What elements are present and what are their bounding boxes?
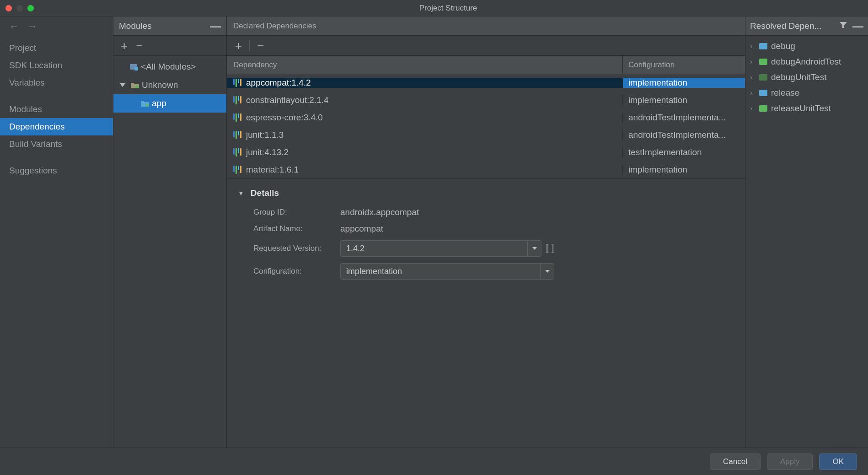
chevron-down-icon	[120, 83, 125, 87]
close-window-button[interactable]	[5, 5, 12, 11]
window-controls	[5, 5, 34, 11]
resolved-item[interactable]: › release	[745, 85, 868, 101]
details-collapse-icon[interactable]: ▼	[238, 189, 244, 197]
library-icon	[233, 113, 241, 122]
group-id-value: androidx.appcompat	[340, 207, 419, 217]
chevron-right-icon: ›	[750, 58, 755, 66]
cancel-button[interactable]: Cancel	[710, 453, 761, 470]
resolved-label: release	[771, 88, 799, 98]
library-icon	[233, 96, 241, 104]
resolved-item[interactable]: › debugAndroidTest	[745, 54, 868, 70]
nav-dependencies[interactable]: Dependencies	[0, 118, 113, 135]
module-app[interactable]: app	[113, 94, 226, 113]
resolved-item[interactable]: › debug	[745, 38, 868, 54]
library-icon	[233, 79, 241, 87]
add-module-button[interactable]: +	[121, 40, 128, 52]
resolved-label: releaseUnitTest	[771, 103, 831, 113]
folder-icon	[141, 100, 149, 107]
folder-icon	[759, 43, 767, 49]
folder-icon	[759, 105, 767, 112]
module-all[interactable]: <All Modules>	[113, 58, 226, 76]
maximize-window-button[interactable]	[27, 5, 34, 11]
svg-point-3	[146, 104, 149, 107]
modules-panel: Modules — + − <All Modules> Unknown	[113, 16, 227, 448]
dependency-name: junit:4.13.2	[246, 147, 289, 157]
chevron-down-icon[interactable]	[540, 264, 554, 279]
declared-dependencies-panel: Declared Dependencies + − Dependency Con…	[227, 16, 745, 448]
window-title: Project Structure	[34, 4, 863, 13]
chevron-right-icon: ›	[750, 73, 755, 81]
resolved-dependencies-panel: Resolved Depen... — › debug › debugAndro…	[745, 16, 868, 448]
nav-sdk-location[interactable]: SDK Location	[0, 57, 113, 74]
library-icon	[233, 131, 241, 139]
nav-modules[interactable]: Modules	[0, 101, 113, 118]
dependency-config: implementation	[628, 78, 687, 88]
modules-header: Modules	[119, 21, 152, 31]
requested-version-combo[interactable]: 1.4.2	[340, 240, 541, 257]
dependency-config: androidTestImplementa...	[628, 130, 726, 140]
dependency-row[interactable]: junit:1.1.3 androidTestImplementa...	[227, 126, 745, 144]
dependency-name: appcompat:1.4.2	[246, 78, 311, 88]
svg-point-2	[136, 86, 139, 88]
configuration-column-header[interactable]: Configuration	[622, 56, 745, 74]
nav-build-variants[interactable]: Build Variants	[0, 135, 113, 153]
nav-variables[interactable]: Variables	[0, 74, 113, 92]
dependency-name: material:1.6.1	[246, 165, 299, 175]
artifact-name-value: appcompat	[340, 224, 383, 234]
requested-version-label: Requested Version:	[253, 244, 340, 253]
dependency-row[interactable]: junit:4.13.2 testImplementation	[227, 144, 745, 161]
dependency-name: espresso-core:3.4.0	[246, 113, 323, 123]
nav-forward-icon[interactable]: →	[27, 21, 38, 32]
details-panel: ▼ Details Group ID: androidx.appcompat A…	[227, 178, 745, 295]
remove-module-button[interactable]: −	[136, 40, 143, 52]
details-title: Details	[251, 188, 279, 198]
resolved-label: debugUnitTest	[771, 72, 826, 82]
dependency-name: constraintlayout:2.1.4	[246, 95, 329, 105]
dependency-name: junit:1.1.3	[246, 130, 284, 140]
toolbar-separator	[249, 40, 250, 51]
module-all-label: <All Modules>	[141, 62, 196, 72]
resolved-label: debugAndroidTest	[771, 57, 841, 67]
folder-icon	[131, 82, 139, 88]
module-unknown-label: Unknown	[142, 80, 178, 90]
module-app-label: app	[152, 98, 166, 108]
remove-dependency-button[interactable]: −	[253, 40, 268, 52]
minimize-window-button[interactable]	[16, 5, 23, 11]
dependency-row[interactable]: material:1.6.1 implementation	[227, 161, 745, 178]
configuration-combo[interactable]: implementation	[340, 263, 554, 280]
svg-rect-1	[134, 67, 138, 70]
folder-icon	[759, 90, 767, 96]
chevron-right-icon: ›	[750, 89, 755, 97]
titlebar: Project Structure	[0, 0, 868, 16]
dependency-row[interactable]: espresso-core:3.4.0 androidTestImplement…	[227, 109, 745, 126]
group-id-label: Group ID:	[253, 208, 340, 217]
dependency-row[interactable]: appcompat:1.4.2 implementation	[227, 74, 745, 92]
dialog-footer: Cancel Apply OK	[0, 448, 868, 475]
artifact-name-label: Artifact Name:	[253, 224, 340, 233]
apply-button[interactable]: Apply	[767, 453, 813, 470]
resolved-header: Resolved Depen...	[750, 21, 821, 31]
dependency-config: implementation	[628, 95, 687, 105]
sidebar: ← → Project SDK Location Variables Modul…	[0, 16, 113, 448]
modules-icon	[130, 63, 138, 70]
declared-header: Declared Dependencies	[227, 16, 745, 36]
dependency-row[interactable]: constraintlayout:2.1.4 implementation	[227, 92, 745, 109]
filter-icon[interactable]	[840, 22, 847, 31]
module-unknown[interactable]: Unknown	[113, 76, 226, 94]
dependency-config: implementation	[628, 165, 687, 175]
resolved-item[interactable]: › releaseUnitTest	[745, 101, 868, 116]
nav-back-icon[interactable]: ←	[9, 21, 19, 32]
resolved-item[interactable]: › debugUnitTest	[745, 70, 868, 85]
nav-suggestions[interactable]: Suggestions	[0, 162, 113, 179]
add-dependency-button[interactable]: +	[231, 40, 246, 52]
chevron-down-icon[interactable]	[527, 241, 541, 256]
dependency-column-header[interactable]: Dependency	[227, 56, 622, 74]
nav-project[interactable]: Project	[0, 39, 113, 57]
ok-button[interactable]: OK	[819, 453, 857, 470]
dependency-config: androidTestImplementa...	[628, 113, 726, 123]
version-range-button[interactable]: ⟦⟧	[545, 243, 555, 254]
library-icon	[233, 148, 241, 157]
library-icon	[233, 166, 241, 174]
folder-icon	[759, 74, 767, 81]
requested-version-value: 1.4.2	[341, 244, 527, 254]
